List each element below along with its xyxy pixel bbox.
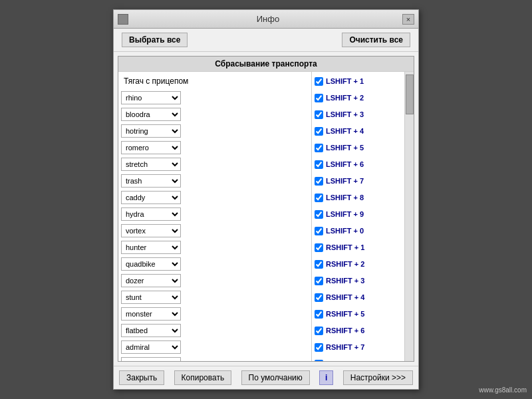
main-window: Инфо × Выбрать все Очистить все Сбрасыва… bbox=[113, 9, 419, 390]
keybind-checkbox[interactable] bbox=[315, 194, 323, 202]
keybind-checkbox[interactable] bbox=[315, 210, 323, 219]
vehicle-row: hydra bbox=[121, 206, 309, 222]
keybind-checkbox[interactable] bbox=[315, 343, 323, 352]
keybind-checkbox[interactable] bbox=[315, 243, 323, 252]
keybind-label: LSHIFT + 2 bbox=[326, 94, 364, 102]
keybind-row: LSHIFT + 7 bbox=[315, 173, 402, 189]
vehicle-row: bloodra bbox=[121, 106, 309, 122]
select-all-button[interactable]: Выбрать все bbox=[122, 33, 188, 47]
vehicle-select[interactable]: monster bbox=[121, 307, 181, 321]
vehicle-row: dozer bbox=[121, 273, 309, 289]
vehicle-select[interactable]: slamvan bbox=[121, 357, 181, 361]
vehicle-row: slamvan bbox=[121, 356, 309, 361]
keybind-label: LSHIFT + 7 bbox=[326, 177, 364, 185]
toolbar: Выбрать все Очистить все bbox=[114, 29, 418, 52]
keybind-label: LSHIFT + 9 bbox=[326, 210, 364, 218]
vehicle-select[interactable]: romero bbox=[121, 141, 181, 154]
vehicle-select[interactable]: hydra bbox=[121, 207, 181, 221]
keybind-checkbox[interactable] bbox=[315, 127, 323, 136]
keybind-row: LSHIFT + 2 bbox=[315, 90, 402, 106]
close-button[interactable]: × bbox=[402, 14, 414, 25]
keybind-label: LSHIFT + 6 bbox=[326, 160, 364, 168]
window-title: Инфо bbox=[134, 14, 402, 24]
keybind-label: LSHIFT + 1 bbox=[326, 77, 364, 85]
keybind-row: LSHIFT + 5 bbox=[315, 140, 402, 156]
keybind-checkbox[interactable] bbox=[315, 160, 323, 169]
vehicle-select[interactable]: flatbed bbox=[121, 324, 181, 337]
keybind-checkbox[interactable] bbox=[315, 94, 323, 102]
keybind-list: LSHIFT + 1LSHIFT + 2LSHIFT + 3LSHIFT + 4… bbox=[311, 72, 404, 361]
keybind-label: LSHIFT + 8 bbox=[326, 194, 364, 201]
keybind-label: RSHIFT + 1 bbox=[326, 243, 364, 251]
title-bar: Инфо × bbox=[114, 10, 418, 29]
keybind-row: RSHIFT + 4 bbox=[315, 289, 402, 305]
vehicle-row: hotring bbox=[121, 123, 309, 139]
keybind-row: LSHIFT + 8 bbox=[315, 190, 402, 205]
keybind-row: RSHIFT + 5 bbox=[315, 306, 402, 322]
vehicle-select[interactable]: vortex bbox=[121, 224, 181, 237]
main-content: Сбрасывание транспорта Тягач с прицепомr… bbox=[114, 52, 418, 366]
keybind-row: LSHIFT + 4 bbox=[315, 123, 402, 139]
keybind-checkbox[interactable] bbox=[315, 260, 323, 269]
vehicle-select[interactable]: caddy bbox=[121, 191, 181, 204]
scroll-container: Сбрасывание транспорта Тягач с прицепомr… bbox=[118, 56, 414, 362]
vehicle-select[interactable]: hunter bbox=[121, 241, 181, 254]
keybind-row: LSHIFT + 3 bbox=[315, 106, 402, 122]
keybind-checkbox[interactable] bbox=[315, 77, 323, 86]
section-header: Сбрасывание транспорта bbox=[118, 57, 414, 72]
keybind-row: RSHIFT + 8 bbox=[315, 356, 402, 361]
keybind-label: RSHIFT + 6 bbox=[326, 327, 364, 334]
vehicle-select[interactable]: admiral bbox=[121, 340, 181, 354]
vehicle-row: romero bbox=[121, 140, 309, 156]
keybind-label: RSHIFT + 7 bbox=[326, 343, 364, 351]
keybind-checkbox[interactable] bbox=[315, 310, 323, 319]
keybind-label: LSHIFT + 3 bbox=[326, 110, 364, 118]
keybind-checkbox[interactable] bbox=[315, 110, 323, 119]
watermark: www.gs8all.com bbox=[479, 386, 527, 394]
window-icon bbox=[118, 14, 128, 25]
keybind-label: LSHIFT + 0 bbox=[326, 227, 364, 235]
vehicle-row: Тягач с прицепом bbox=[121, 73, 309, 89]
keybind-checkbox[interactable] bbox=[315, 360, 323, 362]
vehicle-select[interactable]: trash bbox=[121, 174, 181, 188]
keybind-row: RSHIFT + 7 bbox=[315, 339, 402, 355]
vehicle-select[interactable]: rhino bbox=[121, 91, 181, 104]
scrollbar-thumb[interactable] bbox=[406, 74, 414, 114]
keybind-row: RSHIFT + 1 bbox=[315, 239, 402, 255]
scrollbar-track[interactable] bbox=[404, 72, 414, 361]
vehicle-row: trash bbox=[121, 173, 309, 189]
vehicle-row: monster bbox=[121, 306, 309, 322]
keybind-checkbox[interactable] bbox=[315, 177, 323, 186]
vehicle-list: Тягач с прицепомrhinobloodrahotringromer… bbox=[118, 72, 311, 361]
vehicle-select[interactable]: hotring bbox=[121, 124, 181, 138]
vehicle-select[interactable]: stretch bbox=[121, 158, 181, 171]
vehicle-select[interactable]: quadbike bbox=[121, 257, 181, 271]
footer: Закрыть Копировать По умолчанию i Настро… bbox=[114, 366, 418, 389]
vehicle-select[interactable]: stunt bbox=[121, 291, 181, 304]
vehicle-row: stretch bbox=[121, 156, 309, 172]
keybind-label: RSHIFT + 2 bbox=[326, 260, 364, 268]
keybind-label: RSHIFT + 3 bbox=[326, 277, 364, 285]
settings-button[interactable]: Настройки >>> bbox=[343, 370, 413, 385]
list-area: Тягач с прицепомrhinobloodrahotringromer… bbox=[118, 72, 414, 361]
copy-button[interactable]: Копировать bbox=[174, 370, 232, 385]
close-footer-button[interactable]: Закрыть bbox=[119, 370, 164, 385]
keybind-row: RSHIFT + 6 bbox=[315, 323, 402, 338]
keybind-checkbox[interactable] bbox=[315, 227, 323, 235]
keybind-label: RSHIFT + 8 bbox=[326, 360, 364, 361]
vehicle-select[interactable]: bloodra bbox=[121, 108, 181, 121]
info-button[interactable]: i bbox=[319, 370, 333, 385]
keybind-row: LSHIFT + 1 bbox=[315, 73, 402, 89]
keybind-label: RSHIFT + 4 bbox=[326, 293, 364, 301]
vehicle-row: stunt bbox=[121, 289, 309, 305]
default-button[interactable]: По умолчанию bbox=[241, 370, 310, 385]
vehicle-row: admiral bbox=[121, 339, 309, 355]
keybind-checkbox[interactable] bbox=[315, 327, 323, 335]
keybind-checkbox[interactable] bbox=[315, 293, 323, 302]
vehicle-select[interactable]: dozer bbox=[121, 274, 181, 287]
clear-all-button[interactable]: Очистить все bbox=[342, 33, 410, 47]
keybind-row: RSHIFT + 2 bbox=[315, 256, 402, 272]
keybind-row: RSHIFT + 3 bbox=[315, 273, 402, 289]
keybind-checkbox[interactable] bbox=[315, 144, 323, 152]
keybind-checkbox[interactable] bbox=[315, 277, 323, 285]
